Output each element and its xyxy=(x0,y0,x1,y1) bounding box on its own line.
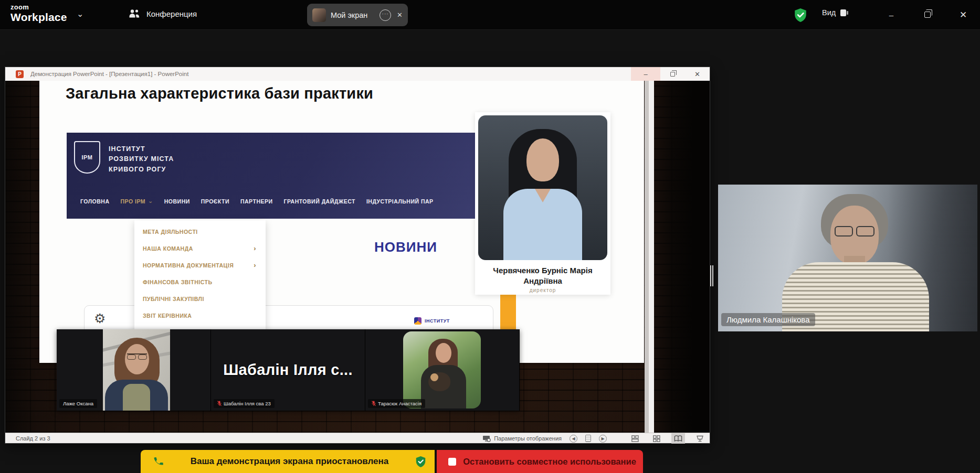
participant-video xyxy=(103,329,170,411)
website-header: ІРМ ІНСТИТУТ РОЗВИТКУ МІСТА КРИВОГО РОГУ… xyxy=(67,133,493,219)
dropdown-label: НОРМАТИВНА ДОКУМЕНТАЦІЯ xyxy=(143,262,234,268)
dropdown-item-meta[interactable]: МЕТА ДІЯЛЬНОСТІ xyxy=(134,223,266,240)
dropdown-label: ЗВІТ КЕРІВНИКА xyxy=(143,313,192,319)
statusbar-controls: Параметры отображения ◀ ▶ xyxy=(482,433,707,444)
ppt-restore-button[interactable] xyxy=(660,67,685,81)
stop-share-text: Остановить совместное использование xyxy=(456,457,643,467)
dropdown-item-team[interactable]: НАША КОМАНДА› xyxy=(134,240,266,257)
director-card: Червяченко Бурніс Марія Андріївна директ… xyxy=(475,112,610,295)
video-tile-oksana[interactable]: Лаже Оксана xyxy=(57,329,211,411)
video-tile-liudmyla[interactable]: Людмила Калашнікова xyxy=(718,185,977,331)
institute-name-line1: ІНСТИТУТ xyxy=(109,144,174,154)
display-options-label: Параметры отображения xyxy=(494,435,562,442)
logo-workplace-text: Workplace xyxy=(10,12,67,23)
powerpoint-titlebar[interactable]: P Демонстрация PowerPoint - [Презентация… xyxy=(5,67,710,81)
nav-chevron-down-icon: ⌄ xyxy=(148,198,153,205)
slide: Загальна характеристика бази практики ІР… xyxy=(39,81,644,363)
nav-label: НОВИНИ xyxy=(164,198,190,205)
restore-icon xyxy=(924,12,931,18)
nav-item-proekty[interactable]: ПРОЄКТИ xyxy=(201,198,229,205)
ppt-scrollbar[interactable] xyxy=(645,81,649,433)
participant-video-strip: Лаже Оксана Шабалін Ілля с... Шабалін Іл… xyxy=(57,329,520,411)
workspace-chevron-icon[interactable]: ⌄ xyxy=(77,9,83,19)
nav-item-industrial-park[interactable]: ІНДУСТРІАЛЬНИЙ ПАР xyxy=(366,198,434,205)
director-photo xyxy=(478,115,607,260)
dropdown-label: НАША КОМАНДА xyxy=(143,245,193,252)
view-button[interactable]: Вид xyxy=(822,8,849,17)
slideshow-view-button[interactable] xyxy=(693,433,707,444)
layout-icon xyxy=(840,9,849,17)
participant-name: Тарасюк Анастасія xyxy=(378,401,421,406)
screen: zoom Workplace ⌄ Конференция Мой экран ·… xyxy=(0,0,980,473)
nav-label: ІНДУСТРІАЛЬНИЙ ПАР xyxy=(366,198,434,205)
ppt-close-button[interactable]: ✕ xyxy=(685,67,710,81)
video-tile-tarasiuk[interactable]: Тарасюк Анастасія xyxy=(365,329,520,411)
stop-share-button[interactable]: Остановить совместное использование xyxy=(437,450,643,473)
muted-mic-icon xyxy=(372,401,376,406)
participant-name: Лаже Оксана xyxy=(63,401,93,406)
participant-name-tag: Шабалін Ілля сва 23 xyxy=(214,399,275,408)
institute-logo-icon: ІРМ xyxy=(74,141,100,174)
ppt-minimize-button[interactable]: – xyxy=(631,67,660,81)
slide-title: Загальна характеристика бази практики xyxy=(66,85,373,102)
photo-detail xyxy=(123,384,150,411)
orange-accent-bar xyxy=(500,288,516,336)
panel-resize-handle[interactable] xyxy=(710,265,714,286)
previous-slide-button[interactable]: ◀ xyxy=(570,435,577,443)
stop-icon xyxy=(448,458,456,466)
dropdown-item-report[interactable]: ЗВІТ КЕРІВНИКА xyxy=(134,307,266,324)
nav-item-grant-digest[interactable]: ГРАНТОВИЙ ДАЙДЖЕСТ xyxy=(284,198,355,205)
participants-icon xyxy=(129,8,141,19)
participant-name: Шабалін Ілля сва 23 xyxy=(224,401,271,406)
view-button-label: Вид xyxy=(822,8,836,17)
nav-item-novyny[interactable]: НОВИНИ xyxy=(164,198,190,205)
slide-menu-button[interactable] xyxy=(585,435,591,442)
window-close-button[interactable]: ✕ xyxy=(955,7,971,22)
my-screen-tab[interactable]: Мой экран ··· ✕ xyxy=(307,4,408,26)
nav-item-pro-irm[interactable]: ПРО ІРМ⌄ xyxy=(121,198,153,205)
dropdown-item-docs[interactable]: НОРМАТИВНА ДОКУМЕНТАЦІЯ› xyxy=(134,257,266,274)
meeting-tab[interactable]: Конференция xyxy=(129,8,197,19)
security-shield-icon[interactable] xyxy=(794,8,807,25)
nav-label: ГРАНТОВИЙ ДАЙДЖЕСТ xyxy=(284,198,355,205)
muted-mic-icon xyxy=(217,401,222,406)
video-tile-shabalin[interactable]: Шабалін Ілля с... Шабалін Ілля сва 23 xyxy=(211,329,365,411)
dropdown-label: ФІНАНСОВА ЗВІТНІСТЬ xyxy=(143,279,212,285)
window-minimize-button[interactable]: – xyxy=(883,7,899,22)
nav-item-partnery[interactable]: ПАРТНЕРИ xyxy=(240,198,273,205)
director-name-line2: Андріївна xyxy=(475,276,610,286)
mini-logo-text: ІНСТИТУТ xyxy=(425,318,450,324)
photo-detail xyxy=(526,138,559,181)
institute-name: ІНСТИТУТ РОЗВИТКУ МІСТА КРИВОГО РОГУ xyxy=(109,144,174,175)
tab-more-icon[interactable]: ··· xyxy=(380,9,391,21)
powerpoint-window-title: Демонстрация PowerPoint - [Презентация1]… xyxy=(30,71,631,77)
slide-sorter-view-button[interactable] xyxy=(650,433,663,444)
shield-check-icon[interactable] xyxy=(415,456,426,468)
next-slide-button[interactable]: ▶ xyxy=(599,435,607,443)
participant-name-tag: Людмила Калашнікова xyxy=(721,313,815,326)
display-options-button[interactable]: Параметры отображения xyxy=(482,435,562,442)
participant-photo xyxy=(403,331,481,408)
display-options-icon xyxy=(482,435,491,442)
avatar xyxy=(312,8,326,22)
window-restore-button[interactable] xyxy=(920,7,935,22)
institute-name-line3: КРИВОГО РОГУ xyxy=(109,165,174,175)
institute-name-line2: РОЗВИТКУ МІСТА xyxy=(109,154,174,164)
dropdown-item-finance[interactable]: ФІНАНСОВА ЗВІТНІСТЬ xyxy=(134,274,266,291)
zoom-workplace-logo: zoom Workplace xyxy=(10,4,67,23)
normal-view-button[interactable] xyxy=(628,433,642,444)
ppt-restore-icon xyxy=(670,72,675,77)
website-nav: ГОЛОВНА ПРО ІРМ⌄ НОВИНИ ПРОЄКТИ ПАРТНЕРИ… xyxy=(80,198,492,205)
powerpoint-app-icon: P xyxy=(16,70,24,78)
participant-display-name: Шабалін Ілля с... xyxy=(211,329,365,411)
nav-item-golovna[interactable]: ГОЛОВНА xyxy=(80,198,110,205)
institute-monogram: ІРМ xyxy=(82,154,93,160)
participant-name-tag: Лаже Оксана xyxy=(59,399,97,408)
participant-name-tag: Тарасюк Анастасія xyxy=(368,399,425,408)
site-mini-logo: ІНСТИТУТ xyxy=(414,317,450,325)
reading-view-button[interactable] xyxy=(671,433,685,444)
director-name-line1: Червяченко Бурніс Марія xyxy=(475,265,610,276)
dropdown-item-procurement[interactable]: ПУБЛІЧНІ ЗАКУПІВЛІ xyxy=(134,291,266,307)
gear-icon: ⚙ xyxy=(94,311,106,326)
tab-close-icon[interactable]: ✕ xyxy=(397,11,403,19)
